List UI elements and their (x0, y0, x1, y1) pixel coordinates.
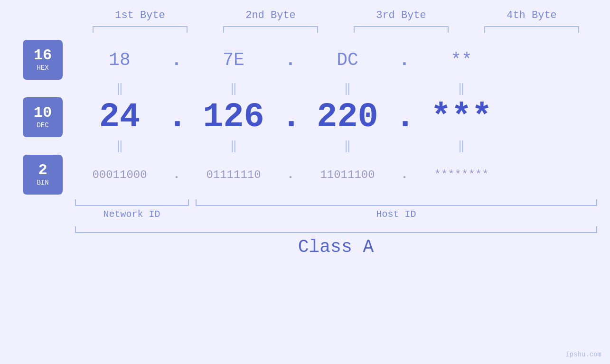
hex-row: 16 HEX 18 . 7E . DC . ** (0, 40, 610, 80)
class-label: Class A (75, 237, 597, 257)
hex-dot2: . (281, 50, 300, 70)
bottom-labels: Network ID Host ID (75, 209, 597, 220)
byte4-header: 4th Byte (484, 9, 579, 21)
bottom-brackets (75, 199, 597, 206)
eq1-b1: ‖ (72, 82, 167, 95)
dec-dot1: . (167, 98, 186, 137)
bracket-b1 (93, 26, 188, 33)
byte3-header: 3rd Byte (354, 9, 449, 21)
eq1-b3: ‖ (300, 82, 395, 95)
dec-b1: 24 (72, 98, 167, 137)
dec-badge: 10 DEC (23, 97, 63, 137)
bin-badge: 2 BIN (23, 155, 63, 195)
bin-b3: 11011100 (300, 168, 395, 181)
dec-values: 24 . 126 . 220 . *** (72, 98, 610, 137)
class-bracket (75, 226, 597, 233)
class-bracket-section: Class A (75, 226, 597, 257)
hex-values: 18 . 7E . DC . ** (72, 50, 610, 70)
dec-b2: 126 (186, 98, 281, 137)
dec-badge-label: DEC (37, 121, 48, 129)
hex-b2: 7E (186, 50, 281, 70)
hex-dot1: . (167, 50, 186, 70)
dec-row: 10 DEC 24 . 126 . 220 . *** (0, 97, 610, 137)
network-id-label: Network ID (75, 209, 189, 220)
bin-badge-num: 2 (38, 163, 47, 178)
bracket-b4 (484, 26, 579, 33)
hex-badge-label: HEX (37, 64, 48, 72)
byte-headers-row: 1st Byte 2nd Byte 3rd Byte 4th Byte (75, 9, 597, 21)
bin-values: 00011000 . 01111110 . 11011100 . *******… (72, 168, 610, 181)
byte1-header: 1st Byte (93, 9, 188, 21)
equals-row-2: ‖ ‖ ‖ ‖ (0, 139, 610, 153)
bottom-section: Network ID Host ID (75, 199, 597, 220)
hex-badge-num: 16 (34, 48, 52, 63)
bracket-b2 (223, 26, 318, 33)
bin-b4: ******** (414, 168, 509, 181)
dec-badge-num: 10 (34, 105, 52, 121)
eq2-b3: ‖ (300, 139, 395, 153)
hex-b4: ** (414, 50, 509, 70)
dec-dot2: . (281, 98, 300, 137)
bin-badge-label: BIN (37, 179, 48, 187)
dec-dot3: . (395, 98, 414, 137)
bin-dot1: . (167, 168, 186, 181)
equals-row-1: ‖ ‖ ‖ ‖ (0, 82, 610, 95)
eq2-b2: ‖ (186, 139, 281, 153)
eq2-b1: ‖ (72, 139, 167, 153)
bin-dot2: . (281, 168, 300, 181)
byte2-header: 2nd Byte (223, 9, 318, 21)
eq1-b4: ‖ (414, 82, 509, 95)
bin-b1: 00011000 (72, 168, 167, 181)
bracket-b3 (354, 26, 449, 33)
dec-b4: *** (414, 98, 509, 137)
bin-row: 2 BIN 00011000 . 01111110 . 11011100 . *… (0, 155, 610, 195)
hex-b3: DC (300, 50, 395, 70)
eq2-b4: ‖ (414, 139, 509, 153)
hex-b1: 18 (72, 50, 167, 70)
bin-b2: 01111110 (186, 168, 281, 181)
network-bracket (75, 199, 189, 206)
eq1-b2: ‖ (186, 82, 281, 95)
hex-dot3: . (395, 50, 414, 70)
host-id-label: Host ID (196, 209, 597, 220)
watermark: ipshu.com (565, 351, 601, 358)
main-container: 1st Byte 2nd Byte 3rd Byte 4th Byte 16 H… (0, 0, 610, 364)
bin-dot3: . (395, 168, 414, 181)
top-brackets (75, 26, 597, 33)
host-bracket (196, 199, 597, 206)
hex-badge: 16 HEX (23, 40, 63, 80)
dec-b3: 220 (300, 98, 395, 137)
